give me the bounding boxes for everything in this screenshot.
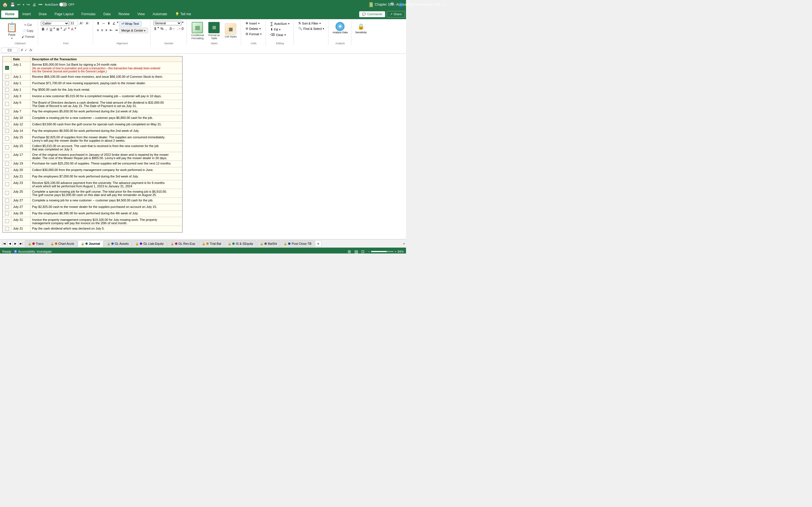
checkbox-cell[interactable] xyxy=(3,189,11,198)
find-select-button[interactable]: 🔍 Find & Select ▾ xyxy=(297,26,326,31)
tab-next-button[interactable]: ▶ xyxy=(13,241,18,246)
format-as-table-button[interactable]: ⊞ Format as Table xyxy=(206,21,222,41)
tab-home[interactable]: Home xyxy=(1,10,18,18)
checkbox-unchecked[interactable] xyxy=(5,145,9,149)
sheet-tab-gl-rev-exp[interactable]: 🔒GL Rev-Exp xyxy=(167,240,199,247)
insert-dropdown[interactable]: ▾ xyxy=(258,22,260,25)
font-color-dropdown[interactable]: ▾ xyxy=(75,27,76,32)
checkbox-cell[interactable] xyxy=(3,80,11,87)
checkbox-unchecked[interactable] xyxy=(5,168,9,172)
sheet-tab-post-close-tb[interactable]: 🔒Post Close TB xyxy=(281,240,314,247)
paste-dropdown[interactable]: ▾ xyxy=(11,37,13,40)
sum-dropdown[interactable]: ▾ xyxy=(288,22,290,25)
page-layout-view-button[interactable]: ▤ xyxy=(353,249,359,253)
currency-dropdown[interactable]: ▾ xyxy=(158,26,159,31)
save-icon[interactable]: 💾 xyxy=(10,2,15,7)
font-size-down[interactable]: A⁻ xyxy=(85,21,91,26)
conditional-formatting-button[interactable]: ▤ Conditional Formatting xyxy=(190,21,205,41)
align-left-button[interactable]: ≡ xyxy=(96,27,100,33)
checkbox-unchecked[interactable] xyxy=(5,129,9,133)
cell-styles-button[interactable]: ▦ Cell Styles xyxy=(223,23,239,39)
tab-first-button[interactable]: |◀ xyxy=(2,241,7,246)
sheet-tab-balsht[interactable]: 🔒BalSht xyxy=(257,240,280,247)
sheet-tab-chart-accts[interactable]: 🔒Chart Accts xyxy=(47,240,77,247)
checkbox-cell[interactable] xyxy=(3,211,11,217)
cancel-icon[interactable]: ✗ xyxy=(20,48,23,52)
checkbox-cell[interactable] xyxy=(3,161,11,167)
decrease-decimal-button[interactable]: .←0 xyxy=(176,26,185,31)
checkbox-cell[interactable] xyxy=(3,115,11,122)
highlight-button[interactable]: 🖊 xyxy=(63,27,68,32)
checkbox-cell[interactable] xyxy=(3,94,11,100)
checkbox-unchecked[interactable] xyxy=(5,94,9,98)
align-right-button[interactable]: ≡ xyxy=(105,27,108,33)
font-size-input[interactable]: 11 xyxy=(70,21,78,26)
tab-data[interactable]: Data xyxy=(100,10,114,18)
checkbox-unchecked[interactable] xyxy=(5,81,9,86)
checkbox-unchecked[interactable] xyxy=(5,175,9,179)
fill-button[interactable]: ⬇ Fill ▾ xyxy=(269,27,291,32)
underline-button[interactable]: U xyxy=(49,27,53,32)
sort-dropdown[interactable]: ▾ xyxy=(319,22,321,25)
autosave-toggle[interactable]: AutoSave OFF xyxy=(45,3,75,6)
paste-button[interactable]: 📋 Paste ▾ xyxy=(4,21,19,41)
bold-button[interactable]: B xyxy=(41,27,45,32)
tab-prev-button[interactable]: ◀ xyxy=(7,241,12,246)
clear-button[interactable]: ⌫ Clear ▾ xyxy=(269,33,291,37)
checkbox-cell[interactable] xyxy=(3,122,11,128)
checkbox-cell[interactable] xyxy=(3,180,11,189)
border-dropdown[interactable]: ▾ xyxy=(61,27,62,32)
find-dropdown[interactable]: ▾ xyxy=(323,27,324,30)
sort-filter-button[interactable]: ⇅ Sort & Filter ▾ xyxy=(297,21,326,25)
format-dropdown[interactable]: ▾ xyxy=(260,33,262,36)
format-button[interactable]: ⊟ Format ▾ xyxy=(244,32,263,36)
sensitivity-button[interactable]: 🔒 Sensitivity xyxy=(354,21,368,35)
text-angle-button[interactable]: ∠ xyxy=(112,21,116,27)
checkbox-cell[interactable] xyxy=(3,100,11,109)
sheet-tab-trial-bal[interactable]: 🔒Trial Bal xyxy=(199,240,224,247)
checkbox-cell[interactable] xyxy=(3,74,11,80)
accessibility-icon[interactable]: ♿ xyxy=(13,250,17,253)
copy-button[interactable]: 📄 Copy xyxy=(20,29,36,33)
insert-button[interactable]: ⊕ Insert ▾ xyxy=(244,21,263,25)
italic-button[interactable]: I xyxy=(46,27,48,32)
checkbox-cell[interactable] xyxy=(3,167,11,174)
align-bottom-button[interactable]: ⬇ xyxy=(107,21,111,27)
autosave-switch[interactable] xyxy=(59,3,67,6)
comma-button[interactable]: , xyxy=(165,26,167,31)
tab-view[interactable]: View xyxy=(134,10,149,18)
sheet-tab-is-&-sequity[interactable]: 🔒IS & SEquity xyxy=(225,240,256,247)
number-format-dropdown[interactable]: ▾ xyxy=(182,21,184,25)
checkbox-unchecked[interactable] xyxy=(5,75,9,79)
tab-page-layout[interactable]: Page Layout xyxy=(50,10,77,18)
sheet-tab-gl-assets[interactable]: 🔒GL Assets xyxy=(104,240,132,247)
analyze-data-button[interactable]: ✦ Analyze Data xyxy=(331,21,349,35)
tab-automate[interactable]: Automate xyxy=(149,10,171,18)
checkbox-unchecked[interactable] xyxy=(5,219,9,223)
comments-button[interactable]: 💬 Comments xyxy=(359,11,385,17)
checkbox-unchecked[interactable] xyxy=(5,191,9,195)
checkbox-unchecked[interactable] xyxy=(5,136,9,140)
checkbox-unchecked[interactable] xyxy=(5,182,9,186)
share-button[interactable]: ↗ Share xyxy=(387,11,405,17)
text-angle-dropdown[interactable]: ▾ xyxy=(117,21,118,27)
checkbox-cell[interactable] xyxy=(3,174,11,180)
sheet-tab-journal[interactable]: 🔒Journal xyxy=(78,240,103,247)
checkbox-unchecked[interactable] xyxy=(5,205,9,209)
decrease-indent-button[interactable]: ⇤ xyxy=(109,27,113,33)
sum-button[interactable]: ∑ AutoSum ▾ xyxy=(269,21,291,26)
align-middle-button[interactable]: ↔ xyxy=(101,21,106,27)
increase-indent-button[interactable]: ⇥ xyxy=(114,27,118,33)
delete-dropdown[interactable]: ▾ xyxy=(259,27,261,30)
formula-input[interactable] xyxy=(35,48,405,52)
font-color-button[interactable]: A xyxy=(70,27,74,32)
tab-insert[interactable]: Insert xyxy=(18,10,35,18)
checkbox-cell[interactable] xyxy=(3,217,11,226)
highlight-dropdown[interactable]: ▾ xyxy=(68,27,70,32)
checkbox-cell[interactable] xyxy=(3,135,11,144)
checkbox-unchecked[interactable] xyxy=(5,102,9,106)
border-button[interactable]: ⊞ xyxy=(56,27,60,32)
percent-button[interactable]: % xyxy=(160,26,164,31)
page-break-view-button[interactable]: ⊡ xyxy=(360,249,366,253)
checkbox-unchecked[interactable] xyxy=(5,110,9,114)
